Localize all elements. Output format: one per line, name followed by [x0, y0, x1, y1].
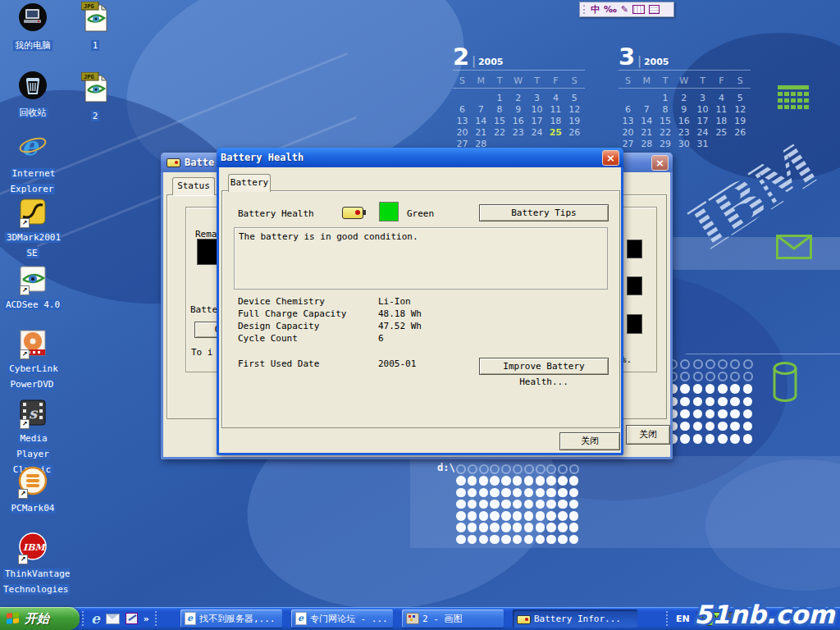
tab-status[interactable]: Status	[172, 177, 215, 195]
desktop-icon-recycle-bin[interactable]: 回收站	[3, 71, 62, 119]
ime-grip[interactable]	[583, 5, 587, 14]
spec-rows: Device ChemistryLi-IonFull Charge Capaci…	[238, 296, 422, 345]
batt-icon	[517, 615, 531, 624]
desktop-icon-my-computer[interactable]: 我的电脑	[3, 3, 62, 52]
show-desktop-icon[interactable]	[126, 613, 138, 624]
first-used-value: 2005-01	[378, 358, 416, 371]
desktop-icon-label: 我的电脑	[13, 40, 52, 51]
calendar-march: 3 | 2005 SMTWTFS 12345678910111213141516…	[619, 45, 751, 146]
spec-value: 47.52 Wh	[378, 321, 422, 333]
desktop-icon-media-player-classic[interactable]: s ↗ Media Player Classic	[3, 399, 62, 476]
calendar-day-header: F	[546, 75, 565, 86]
watermark: 51nb.com	[684, 598, 840, 630]
desktop-icon-label: 回收站	[18, 107, 48, 118]
calendar-year: 2005	[478, 57, 504, 67]
desktop-icon-label: Internet Explorer	[11, 168, 56, 194]
dialog-titlebar[interactable]: Battery Health ×	[217, 148, 623, 167]
taskbar-task[interactable]: 找不到服务器,...	[180, 609, 282, 628]
desktop-icon-label: 2	[91, 111, 100, 121]
windows-logo-icon	[7, 612, 20, 626]
taskbar-task[interactable]: 2 - 画图	[402, 609, 504, 628]
desktop-icon-label: CyberLink PowerDVD	[7, 363, 58, 390]
ime-pen-button[interactable]: ✎	[621, 5, 628, 15]
dialog-title: Battery Health	[221, 152, 304, 163]
close-button[interactable]: ×	[602, 150, 619, 166]
internet-explorer-icon[interactable]: e	[91, 612, 100, 626]
desktop-icon-jpg-2[interactable]: JPG 2	[69, 72, 121, 122]
calendar-day-header: F	[712, 75, 731, 86]
shortcut-arrow-icon: ↗	[20, 419, 30, 429]
spec-label: Cycle Count	[238, 333, 378, 345]
my-computer-icon	[17, 3, 48, 36]
battery-tips-button[interactable]: Battery Tips	[479, 204, 609, 221]
3dmark2001-icon: ↗	[20, 199, 46, 228]
ie-page-icon	[185, 612, 196, 625]
desktop-icon-powerdvd[interactable]: ↗ CyberLink PowerDVD	[3, 330, 62, 390]
first-used-label: First Used Date	[238, 358, 378, 371]
powerdvd-icon: ↗	[20, 330, 46, 359]
desktop-icon-pcmark04[interactable]: ↗ PCMark04	[3, 466, 62, 514]
calendar-month: 2	[453, 45, 469, 68]
calendar-day: 29	[656, 139, 675, 149]
tray-grip[interactable]	[666, 611, 669, 626]
desktop-icon-jpg-1[interactable]: JPG 1	[69, 2, 121, 52]
task-title: 找不到服务器,...	[199, 613, 276, 625]
spec-row: Full Charge Capacity48.18 Wh	[238, 308, 422, 321]
ime-menu-icon[interactable]	[649, 5, 660, 14]
desktop-icon-acdsee[interactable]: ↗ ACDSee 4.0	[3, 266, 62, 311]
outlook-express-icon[interactable]	[106, 614, 120, 624]
spec-row: Design Capacity47.52 Wh	[238, 321, 422, 333]
calendar-day-header: S	[619, 75, 637, 86]
quick-launch: e »	[82, 607, 158, 630]
desktop-icon-label: ThinkVantage Technologies	[3, 568, 70, 595]
health-status-swatch	[379, 202, 399, 221]
battery-health-dialog[interactable]: Battery Health × Battery Battery Health …	[217, 148, 623, 455]
close-dialog-button[interactable]: 关闭	[559, 432, 620, 450]
media-player-classic-icon: s ↗	[20, 399, 46, 429]
ime-symbol-button[interactable]: ‰	[604, 5, 617, 15]
calendar-day: 30	[674, 139, 693, 149]
toolbar-grip[interactable]	[82, 611, 85, 626]
chevron-icon[interactable]: »	[144, 614, 149, 624]
spec-value: 48.18 Wh	[378, 308, 422, 321]
spec-label: Device Chemistry	[238, 296, 378, 308]
ime-bar[interactable]: 中 ‰ ✎	[579, 2, 674, 17]
spec-row: Cycle Count6	[238, 333, 422, 345]
taskbar-task[interactable]: Battery Infor...	[513, 609, 637, 628]
close-dialog-button[interactable]: 关闭	[626, 425, 670, 445]
spec-label: Design Capacity	[238, 321, 378, 333]
ime-mode-button[interactable]: 中	[591, 5, 600, 15]
desktop: IBM d:\	[0, 0, 840, 630]
battery-label: Batte	[190, 304, 217, 315]
battery-cell	[627, 240, 642, 258]
desktop-icon-thinkvantage[interactable]: IBM ↗ ThinkVantage Technologies	[3, 532, 62, 596]
battery-cell	[627, 276, 642, 295]
spec-label: Full Charge Capacity	[238, 308, 378, 321]
calendar-day: 31	[693, 139, 712, 149]
calendar-day-header: S	[453, 75, 472, 86]
calendar-day-header: S	[731, 75, 750, 86]
cylinder-icon	[768, 361, 802, 407]
svg-text:e: e	[21, 131, 39, 161]
desktop-icon-label: 3DMark2001 SE	[5, 232, 61, 258]
first-used-row: First Used Date 2005-01	[238, 358, 416, 371]
envelope-icon	[776, 235, 812, 262]
svg-text:JPG: JPG	[84, 74, 94, 80]
battery-icon	[342, 207, 363, 219]
improve-battery-health-button[interactable]: Improve Battery Health...	[479, 358, 609, 375]
dot-grid	[456, 464, 581, 546]
svg-text:IBM: IBM	[23, 542, 46, 553]
health-label: Battery Health	[238, 208, 314, 219]
ime-keyboard-icon[interactable]	[632, 5, 645, 14]
taskbar-task[interactable]: 专门网论坛 - ...	[291, 609, 393, 628]
toolbar-grip[interactable]	[155, 611, 158, 626]
calendar-day-header: T	[527, 75, 546, 86]
calendar-day-header: T	[656, 75, 675, 86]
desktop-icon-internet-explorer[interactable]: e Internet Explorer	[3, 131, 62, 195]
close-button[interactable]: ×	[651, 155, 669, 171]
desktop-icon-3dmark2001[interactable]: ↗ 3DMark2001 SE	[3, 199, 62, 259]
start-button[interactable]: 开始	[0, 607, 80, 630]
desktop-icon-label: PCMark04	[10, 503, 57, 514]
task-title: Battery Infor...	[534, 614, 621, 624]
tab-battery[interactable]: Battery	[228, 174, 271, 192]
